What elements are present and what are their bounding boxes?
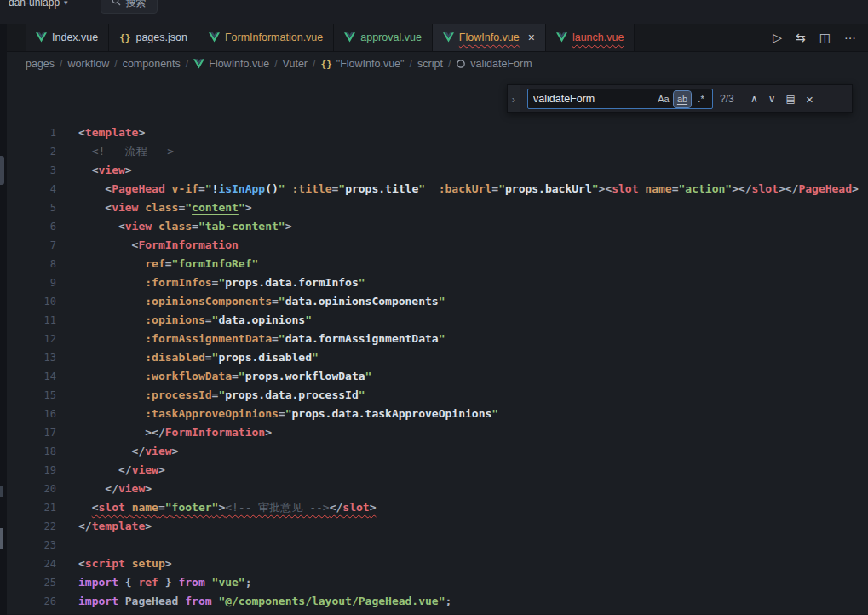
tab-label: launch.vue <box>572 32 624 43</box>
line-number[interactable]: 1 <box>0 124 56 142</box>
line-number[interactable]: 18 <box>0 442 56 461</box>
find-close-button[interactable]: × <box>804 92 815 106</box>
vue-icon <box>344 32 355 43</box>
line-number[interactable]: 12 <box>0 330 56 348</box>
code-line[interactable]: 11 :opinions="data.opinions" <box>0 311 868 330</box>
line-number[interactable]: 14 <box>0 367 56 386</box>
app-menu[interactable]: dan-uniapp ▾ <box>9 0 68 9</box>
tab-FormInformation.vue[interactable]: FormInformation.vue <box>198 24 334 51</box>
find-next-button[interactable]: ∨ <box>767 93 778 105</box>
tab-label: FlowInfo.vue <box>459 32 520 43</box>
code-line[interactable]: 24<script setup> <box>0 555 868 573</box>
open-changes-button[interactable]: ⇆ <box>796 31 806 44</box>
line-number[interactable]: 25 <box>0 573 56 592</box>
code-line[interactable]: 2 <!-- 流程 --> <box>0 142 868 161</box>
search-icon <box>112 0 121 9</box>
split-editor-button[interactable]: ◫ <box>819 31 831 44</box>
code-line[interactable]: 26import PageHead from "@/components/lay… <box>0 592 868 611</box>
code-line[interactable]: 20 </view> <box>0 480 868 498</box>
breadcrumb-item-Vuter[interactable]: Vuter <box>283 58 308 70</box>
code-line[interactable]: 10 :opinionsComponents="data.opinionsCom… <box>0 292 868 311</box>
code-line[interactable]: 4 <PageHead v-if="!isInApp()" :title="pr… <box>0 180 868 198</box>
line-number[interactable]: 7 <box>0 236 56 255</box>
code-line[interactable]: 12 :formAssignmentData="data.formAssignm… <box>0 330 868 348</box>
code-line[interactable]: 25import { ref } from "vue"; <box>0 573 868 592</box>
code-editor[interactable]: › Aa ab .* ?/3 ∧ ∨ ▤ × 1<template>2 <!--… <box>0 76 868 614</box>
breadcrumb-item-validateForm[interactable]: validateForm <box>456 58 532 70</box>
line-number[interactable]: 10 <box>0 292 56 311</box>
match-case-button[interactable]: Aa <box>655 91 672 107</box>
tab-Index.vue[interactable]: Index.vue <box>26 24 109 51</box>
line-number[interactable]: 16 <box>0 405 56 423</box>
line-number[interactable]: 2 <box>0 142 56 161</box>
code-line-content: :workflowData="props.workflowData" <box>56 367 371 386</box>
vue-icon <box>556 32 567 43</box>
search-box[interactable]: 搜索 <box>101 0 158 14</box>
code-line[interactable]: 19 </view> <box>0 461 868 480</box>
line-number[interactable]: 20 <box>0 480 56 498</box>
breadcrumb-item-script[interactable]: script <box>417 58 443 70</box>
code-line-content: <template> <box>56 124 145 142</box>
line-number[interactable]: 15 <box>0 386 56 405</box>
line-number[interactable]: 21 <box>0 498 56 517</box>
breadcrumb-item-components[interactable]: components <box>123 58 181 70</box>
code-line[interactable]: 1<template> <box>0 124 868 142</box>
line-number[interactable]: 22 <box>0 517 56 536</box>
code-line-content: <slot name="footer"><!-- 审批意见 --></slot> <box>56 498 376 517</box>
code-line[interactable]: 5 <view class="content"> <box>0 198 868 217</box>
code-line[interactable]: 15 :processId="props.data.processId" <box>0 386 868 405</box>
more-actions-button[interactable]: ··· <box>844 31 856 44</box>
toggle-replace-button[interactable]: › <box>508 85 520 112</box>
code-line[interactable]: 16 :taskApproveOpinions="props.data.task… <box>0 405 868 423</box>
line-number[interactable]: 13 <box>0 348 56 367</box>
code-line[interactable]: 17 ></FormInformation> <box>0 423 868 442</box>
line-number[interactable]: 9 <box>0 273 56 292</box>
tab-FlowInfo.vue[interactable]: FlowInfo.vue× <box>433 24 546 51</box>
code-line[interactable]: 22</template> <box>0 517 868 536</box>
json-icon: {} <box>119 32 130 43</box>
run-button[interactable]: ▷ <box>773 31 782 44</box>
code-line[interactable]: 9 :formInfos="props.data.formInfos" <box>0 273 868 292</box>
breadcrumb-separator: / <box>448 58 451 70</box>
code-line[interactable]: 3 <view> <box>0 161 868 180</box>
breadcrumb-item-pages[interactable]: pages <box>26 58 55 70</box>
code-line[interactable]: 21 <slot name="footer"><!-- 审批意见 --></sl… <box>0 498 868 517</box>
tab-pages.json[interactable]: {}pages.json <box>109 24 198 51</box>
code-line[interactable]: 18 </view> <box>0 442 868 461</box>
code-line[interactable]: 23 <box>0 536 868 555</box>
line-number[interactable]: 17 <box>0 423 56 442</box>
line-number[interactable]: 8 <box>0 255 56 273</box>
regex-button[interactable]: .* <box>693 91 710 107</box>
activity-bar-fragment <box>0 486 3 497</box>
code-line[interactable]: 7 <FormInformation <box>0 236 868 255</box>
tab-approval.vue[interactable]: approval.vue <box>334 24 433 51</box>
close-icon[interactable]: × <box>528 32 535 43</box>
tab-launch.vue[interactable]: launch.vue <box>546 24 635 51</box>
breadcrumb-label: "FlowInfo.vue" <box>336 58 405 70</box>
code-line-content: :opinionsComponents="data.opinionsCompon… <box>56 292 445 311</box>
find-previous-button[interactable]: ∧ <box>749 93 760 105</box>
code-line-content: :formAssignmentData="data.formAssignment… <box>56 330 445 348</box>
code-line-content <box>56 536 78 555</box>
line-number[interactable]: 5 <box>0 198 56 217</box>
line-number[interactable]: 11 <box>0 311 56 330</box>
find-input[interactable] <box>528 93 655 105</box>
whole-word-button[interactable]: ab <box>674 91 691 107</box>
code-line[interactable]: 8 ref="formInfoRef" <box>0 255 868 273</box>
line-number[interactable]: 23 <box>0 536 56 555</box>
code-line[interactable]: 13 :disabled="props.disabled" <box>0 348 868 367</box>
line-number[interactable]: 4 <box>0 180 56 198</box>
line-number[interactable]: 26 <box>0 592 56 611</box>
line-number[interactable]: 24 <box>0 555 56 573</box>
line-number[interactable]: 6 <box>0 217 56 236</box>
find-in-selection-button[interactable]: ▤ <box>785 93 797 105</box>
code-line-content: <view class="content"> <box>56 198 252 217</box>
line-number[interactable]: 19 <box>0 461 56 480</box>
code-line[interactable]: 6 <view class="tab-content"> <box>0 217 868 236</box>
code-line[interactable]: 14 :workflowData="props.workflowData" <box>0 367 868 386</box>
breadcrumb-item-FlowInfo.vue[interactable]: {}"FlowInfo.vue" <box>321 58 405 70</box>
code-line-content: <!-- 流程 --> <box>56 142 174 161</box>
breadcrumb-item-workflow[interactable]: workflow <box>68 58 110 70</box>
line-number[interactable]: 3 <box>0 161 56 180</box>
breadcrumb-item-FlowInfo.vue[interactable]: FlowInfo.vue <box>193 58 269 70</box>
